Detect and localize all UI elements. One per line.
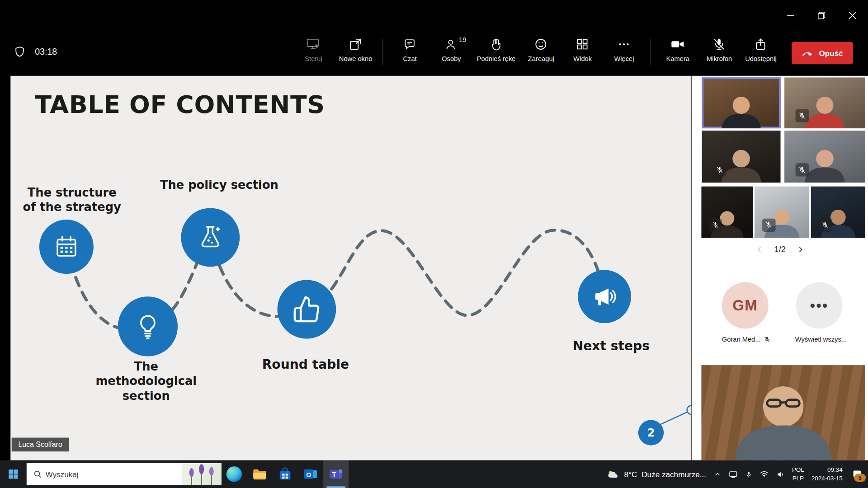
folder-icon	[252, 466, 267, 482]
share-icon	[754, 37, 767, 51]
megaphone-icon	[591, 283, 618, 310]
teams-icon: T	[328, 466, 344, 482]
mic-muted-icon	[796, 163, 809, 176]
teams-meeting-window: 03:18 Steruj Nowe	[0, 0, 868, 488]
taskbar-edge-icon[interactable]	[222, 460, 247, 488]
step-circle-policy	[181, 208, 240, 267]
participant-video-7[interactable]	[811, 187, 865, 238]
lightbulb-icon	[133, 311, 163, 341]
search-icon	[33, 470, 42, 479]
svg-text:O: O	[306, 471, 311, 479]
mic-muted-icon	[712, 37, 726, 51]
people-label: Osoby	[442, 55, 461, 62]
participant-video-1[interactable]	[702, 77, 781, 128]
more-button[interactable]: Więcej	[606, 34, 642, 62]
show-all-participants-button[interactable]: •••	[796, 282, 843, 328]
edge-icon	[226, 466, 242, 482]
new-window-label: Nowe okno	[339, 55, 373, 62]
tray-chevron-up-icon[interactable]	[713, 470, 721, 478]
new-window-button[interactable]: Nowe okno	[337, 34, 374, 62]
hangup-icon	[802, 47, 814, 59]
participant-video-5[interactable]	[701, 187, 753, 238]
video-pagination: 1/2	[692, 244, 868, 254]
pagination-label: 1/2	[774, 244, 786, 254]
react-smiley-icon	[534, 37, 547, 51]
weather-temperature: 8°C	[624, 470, 637, 479]
taskbar-language-indicator[interactable]: POL PLP	[792, 466, 804, 482]
react-button[interactable]: Zareaguj	[523, 34, 559, 62]
step-label-next-steps: Next steps	[556, 338, 666, 354]
spotlight-video[interactable]	[701, 365, 865, 460]
taskbar-file-explorer-icon[interactable]	[247, 460, 272, 488]
share-button[interactable]: Udostępnij	[743, 34, 779, 62]
control-button[interactable]: Steruj	[295, 34, 332, 62]
participant-video-6[interactable]	[755, 187, 809, 238]
mic-muted-icon	[819, 218, 832, 231]
meeting-timer: 03:18	[35, 47, 57, 56]
start-button[interactable]	[0, 460, 27, 488]
leave-button[interactable]: Opuść	[792, 42, 853, 64]
notification-center-button[interactable]: 5	[852, 469, 862, 479]
cloudy-weather-icon	[606, 469, 619, 479]
calendar-icon	[52, 232, 81, 261]
shield-icon	[13, 45, 26, 58]
weather-condition: Duże zachmurze...	[642, 470, 706, 479]
microsoft-store-icon	[277, 466, 292, 482]
react-label: Zareaguj	[528, 55, 554, 62]
participant-avatar-gm[interactable]: GM	[722, 282, 769, 328]
tray-microphone-icon[interactable]	[745, 470, 752, 478]
close-icon[interactable]	[837, 0, 868, 31]
raise-hand-icon	[490, 37, 503, 51]
clock-date: 2024-03-15	[811, 474, 843, 482]
taskbar-teams-icon[interactable]: T	[323, 460, 349, 488]
chat-button[interactable]: Czat	[392, 34, 428, 62]
people-button[interactable]: 19 Osoby	[433, 34, 470, 62]
view-button[interactable]: Widok	[564, 34, 601, 62]
microphone-label: Mikrofon	[707, 55, 732, 62]
taskbar-clock[interactable]: 09:34 2024-03-15	[811, 466, 843, 482]
meeting-toolbar: 03:18 Steruj Nowe	[0, 31, 868, 76]
participant-video-2[interactable]	[784, 77, 865, 128]
taskbar-weather-widget[interactable]: 8°C Duże zachmurze...	[606, 469, 706, 479]
step-label-structure: The structure of the strategy	[11, 185, 132, 214]
view-grid-icon	[576, 37, 589, 51]
camera-button[interactable]: Kamera	[660, 34, 696, 62]
view-label: Widok	[573, 55, 592, 62]
outlook-icon: O	[303, 466, 318, 482]
more-label: Więcej	[614, 55, 634, 62]
tray-device-icon[interactable]	[728, 470, 738, 478]
tray-volume-icon[interactable]	[776, 470, 785, 478]
taskbar-store-icon[interactable]	[272, 460, 297, 488]
participant-video-3[interactable]	[702, 131, 781, 183]
shared-presentation-slide[interactable]: TABLE OF CONTENTS The structure of the s…	[10, 76, 691, 460]
mic-muted-icon	[764, 336, 771, 343]
thumbs-up-icon	[292, 295, 321, 324]
presenter-name-label: Luca Scolfaro	[12, 438, 69, 452]
step-label-methodological: The methodological section	[85, 360, 207, 403]
control-label: Steruj	[305, 55, 322, 62]
language-line1: POL	[792, 466, 804, 474]
more-ellipsis-icon: •••	[810, 297, 829, 314]
step-label-round-table: Round table	[250, 357, 361, 372]
search-highlight-image[interactable]	[182, 463, 222, 485]
window-titlebar	[0, 0, 868, 31]
participant-name-row: Goran Med...	[700, 335, 793, 343]
control-screen-icon	[307, 37, 321, 51]
chevron-left-icon[interactable]	[755, 245, 763, 253]
taskbar-outlook-icon[interactable]: O	[298, 460, 323, 488]
language-line2: PLP	[792, 474, 804, 482]
participant-video-4[interactable]	[784, 131, 865, 183]
minimize-icon[interactable]	[775, 0, 806, 31]
taskbar-search-input[interactable]: Wyszukaj	[27, 463, 222, 485]
search-placeholder: Wyszukaj	[45, 470, 181, 479]
restore-icon[interactable]	[806, 0, 837, 31]
popout-icon	[349, 37, 362, 51]
chevron-right-icon[interactable]	[797, 245, 805, 253]
tray-wifi-icon[interactable]	[760, 470, 769, 478]
raise-hand-button[interactable]: Podnieś rękę	[475, 34, 518, 62]
person-silhouette	[701, 380, 865, 460]
step-circle-structure	[39, 220, 94, 274]
share-label: Udostępnij	[745, 55, 776, 62]
avatar-initials: GM	[732, 297, 758, 314]
microphone-button[interactable]: Mikrofon	[701, 34, 738, 62]
